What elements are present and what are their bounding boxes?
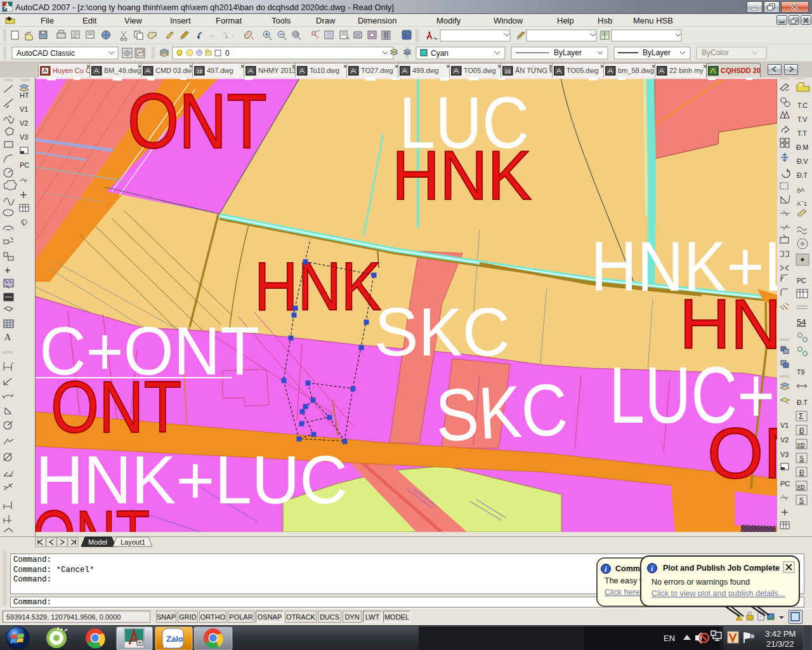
- svg-text:ONT: ONT: [707, 413, 778, 493]
- svg-text:Layout1: Layout1: [121, 538, 145, 546]
- svg-text:Plot and Publish Job Complete: Plot and Publish Job Complete: [663, 564, 780, 573]
- svg-text:54: 54: [797, 317, 806, 327]
- svg-text:ONT: ONT: [51, 366, 181, 448]
- svg-text:T.V: T.V: [797, 116, 807, 123]
- svg-text:Click here.: Click here.: [605, 588, 642, 597]
- svg-text:ByLayer: ByLayer: [643, 48, 671, 57]
- svg-text:S: S: [799, 454, 804, 462]
- svg-text:16: 16: [505, 69, 511, 74]
- svg-text:EN: EN: [664, 633, 675, 643]
- svg-text:ByLayer: ByLayer: [554, 48, 582, 57]
- svg-text:V1: V1: [780, 421, 789, 429]
- svg-text:T.T: T.T: [797, 129, 807, 137]
- svg-text:V1: V1: [20, 105, 28, 113]
- svg-text:Click to view plot and publish: Click to view plot and publish details..…: [652, 589, 785, 598]
- svg-text:Zalo: Zalo: [166, 634, 183, 644]
- svg-text:0: 0: [225, 49, 230, 58]
- svg-text:XĐ: XĐ: [797, 442, 805, 448]
- svg-text:Σ: Σ: [799, 412, 803, 421]
- svg-text:PC: PC: [20, 161, 29, 169]
- svg-text:A: A: [4, 333, 11, 342]
- svg-text:Đ.V: Đ.V: [797, 157, 808, 165]
- svg-text:ByColor: ByColor: [702, 48, 729, 57]
- svg-text:PC: PC: [780, 480, 790, 488]
- svg-text:SKC: SKC: [374, 293, 510, 370]
- svg-text:V3: V3: [20, 133, 28, 141]
- svg-text:SKC: SKC: [434, 368, 570, 457]
- svg-text:Model: Model: [88, 538, 107, 546]
- svg-text:ONT: ONT: [36, 496, 150, 536]
- svg-text:V2: V2: [20, 119, 28, 127]
- svg-text:HT: HT: [20, 91, 29, 99]
- svg-text:ONT: ONT: [128, 77, 267, 164]
- svg-text:S: S: [799, 496, 804, 504]
- svg-text:V3: V3: [780, 451, 789, 458]
- svg-text:?: ?: [404, 31, 409, 39]
- svg-text:A¯1: A¯1: [797, 201, 807, 207]
- svg-text:Đ.T: Đ.T: [797, 399, 808, 406]
- svg-text:HNK: HNK: [254, 248, 381, 324]
- svg-text:A̺A: A̺A: [797, 187, 804, 193]
- svg-text:T9: T9: [797, 368, 804, 376]
- svg-text:3:42 PM: 3:42 PM: [765, 629, 796, 639]
- svg-text:Đ.T: Đ.T: [797, 171, 808, 179]
- svg-text:Đ.M: Đ.M: [796, 143, 808, 151]
- svg-text:T.C: T.C: [797, 102, 808, 109]
- svg-text:Đ: Đ: [799, 468, 804, 476]
- svg-text:16: 16: [197, 69, 202, 74]
- svg-text:21/3/22: 21/3/22: [766, 639, 794, 649]
- svg-text:No errors or warnings found: No errors or warnings found: [652, 578, 750, 587]
- svg-text:PC: PC: [797, 277, 806, 284]
- svg-text:V2: V2: [780, 436, 789, 444]
- svg-text:HNK: HNK: [392, 136, 532, 214]
- svg-text:Đ: Đ: [799, 427, 804, 434]
- svg-text:AutoCAD Classic: AutoCAD Classic: [16, 49, 75, 58]
- svg-text:XĐ: XĐ: [797, 484, 805, 490]
- svg-text:Cyan: Cyan: [431, 49, 449, 58]
